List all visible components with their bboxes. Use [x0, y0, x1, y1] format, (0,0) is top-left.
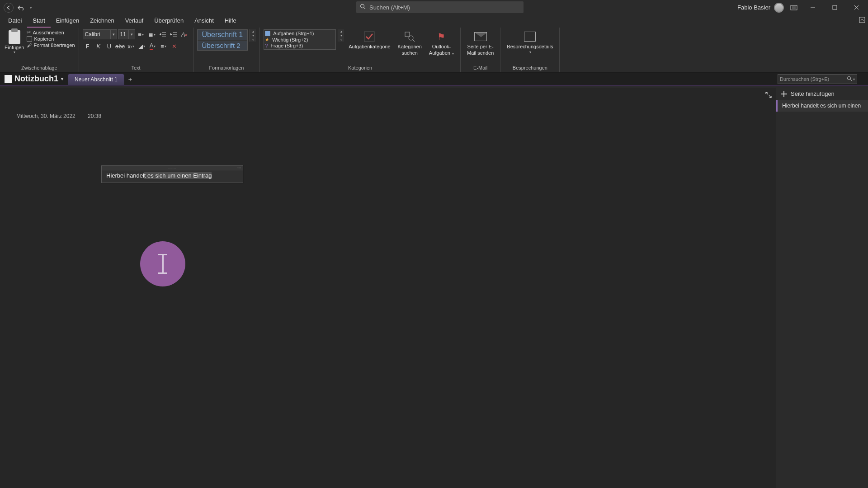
page-title-area[interactable]: Mittwoch, 30. März 2022 20:38 — [16, 92, 147, 119]
find-tags-button[interactable]: Kategorien suchen — [395, 29, 425, 56]
style-heading2[interactable]: Überschrift 2 — [198, 41, 248, 50]
tag-gallery[interactable]: Aufgaben (Strg+1) ★Wichtig (Strg+2) ?Fra… — [264, 29, 336, 50]
paste-label: Einfügen — [5, 45, 24, 50]
cursor-indicator — [140, 241, 185, 286]
tag-gallery-spinner[interactable]: ▴▾▿ — [338, 29, 344, 42]
plus-icon — [781, 91, 787, 97]
minimize-button[interactable] — [804, 1, 822, 14]
clipboard-icon — [9, 30, 20, 44]
note-text[interactable]: Hierbei handelt es sich um einen Eintrag — [102, 170, 243, 183]
copy-button[interactable]: Kopieren — [27, 36, 75, 42]
numbering-button[interactable]: ≣▾ — [147, 29, 157, 39]
cut-button[interactable]: ✂Ausschneiden — [27, 29, 75, 35]
group-label-tags: Kategorien — [264, 64, 457, 71]
tag-important[interactable]: ★Wichtig (Strg+2) — [265, 37, 335, 42]
paste-button[interactable]: Einfügen ▾ — [4, 29, 25, 54]
flag-icon: ⚑ — [435, 30, 448, 43]
page-datetime: Mittwoch, 30. März 2022 20:38 — [16, 113, 147, 119]
undo-button[interactable] — [16, 3, 26, 13]
group-text: ▾ ▾ ≡▾ ≣▾ A⌀ F K U abc x₂▾ ◢▾ A▾ ≡▾ ✕ Te… — [79, 28, 193, 72]
clear-format-a-button[interactable]: A⌀ — [179, 29, 189, 39]
outlook-tasks-button[interactable]: ⚑ Outlook- Aufgaben ▾ — [426, 29, 457, 56]
search-icon — [360, 4, 366, 11]
tag-question[interactable]: ?Frage (Strg+3) — [265, 43, 335, 48]
qat-customize-dropdown[interactable]: ▾ — [30, 5, 32, 10]
note-canvas[interactable]: Mittwoch, 30. März 2022 20:38 ⋯⋯ ↔ Hierb… — [0, 88, 776, 488]
svg-rect-10 — [405, 32, 410, 37]
chevron-down-icon: ▾ — [61, 76, 63, 81]
user-name: Fabio Basler — [737, 4, 770, 11]
underline-button[interactable]: U — [104, 41, 114, 51]
tab-ansicht[interactable]: Ansicht — [189, 15, 219, 28]
tab-ueberpruefen[interactable]: Überprüfen — [149, 15, 189, 28]
coming-soon-button[interactable] — [788, 1, 800, 14]
close-button[interactable] — [847, 1, 865, 14]
navigation-strip: Notizbuch1 ▾ Neuer Abschnitt 1 ＋ Durchsu… — [0, 73, 868, 86]
group-tags: Aufgaben (Strg+1) ★Wichtig (Strg+2) ?Fra… — [260, 28, 461, 72]
notebook-icon — [5, 75, 12, 83]
email-page-button[interactable]: Seite per E- Mail senden — [464, 29, 496, 56]
group-styles: Überschrift 1 Überschrift 2 ▴▾▿ Formatvo… — [193, 28, 260, 72]
svg-rect-8 — [859, 17, 865, 23]
bold-button[interactable]: F — [83, 41, 93, 51]
italic-button[interactable]: K — [94, 41, 104, 51]
note-container[interactable]: ⋯⋯ ↔ Hierbei handelt es sich um einen Ei… — [101, 165, 243, 183]
tag-task[interactable]: Aufgaben (Strg+1) — [265, 31, 335, 36]
tab-datei[interactable]: Datei — [3, 15, 27, 28]
font-color-button[interactable]: A▾ — [148, 41, 158, 51]
outdent-button[interactable] — [158, 29, 168, 39]
account-button[interactable]: Fabio Basler — [737, 3, 784, 13]
page-date: Mittwoch, 30. März 2022 — [16, 113, 75, 119]
fullscreen-button[interactable] — [765, 91, 772, 100]
add-page-button[interactable]: Seite hinzufügen — [776, 88, 868, 100]
add-section-button[interactable]: ＋ — [124, 74, 136, 85]
style-heading1[interactable]: Überschrift 1 — [198, 30, 248, 40]
meeting-details-button[interactable]: Besprechungsdetails ▾ — [504, 29, 556, 55]
collapse-ribbon-button[interactable] — [859, 17, 865, 25]
tab-verlauf[interactable]: Verlauf — [120, 15, 149, 28]
bullets-button[interactable]: ≡▾ — [136, 29, 146, 39]
group-label-clipboard: Zwischenablage — [4, 64, 75, 71]
add-page-label: Seite hinzufügen — [791, 90, 835, 97]
note-container-header[interactable]: ⋯⋯ ↔ — [102, 166, 243, 170]
maximize-button[interactable] — [826, 1, 844, 14]
global-search[interactable]: Suchen (Alt+M) — [356, 1, 524, 13]
tab-einfuegen[interactable]: Einfügen — [51, 15, 85, 28]
page-list-item[interactable]: Hierbei handelt es sich um einen — [776, 100, 868, 112]
tab-zeichnen[interactable]: Zeichnen — [85, 15, 119, 28]
font-size-input[interactable] — [118, 31, 128, 38]
tab-start[interactable]: Start — [27, 15, 50, 28]
align-button[interactable]: ≡▾ — [159, 41, 169, 51]
ribbon: Einfügen ▾ ✂Ausschneiden Kopieren 🖌Forma… — [0, 28, 868, 73]
envelope-icon — [474, 30, 487, 43]
checkbox-icon — [265, 31, 270, 36]
style-gallery-spinner[interactable]: ▴▾▿ — [250, 29, 256, 42]
task-category-button[interactable]: Aufgabenkategorie — [346, 29, 393, 50]
font-name-combo[interactable]: ▾ — [83, 29, 117, 39]
group-label-email: E-Mail — [464, 64, 496, 71]
group-label-meetings: Besprechungen — [504, 64, 556, 71]
svg-rect-5 — [833, 5, 837, 9]
page-list-panel: Seite hinzufügen Hierbei handelt es sich… — [776, 88, 868, 488]
svg-line-14 — [850, 80, 852, 81]
notebook-name: Notizbuch1 — [14, 74, 58, 84]
ribbon-tabs: Datei Start Einfügen Zeichnen Verlauf Üb… — [0, 15, 868, 28]
svg-rect-3 — [792, 6, 796, 9]
section-tab[interactable]: Neuer Abschnitt 1 — [68, 74, 124, 85]
svg-point-11 — [409, 36, 413, 40]
back-button[interactable] — [4, 3, 14, 13]
font-name-input[interactable] — [83, 31, 110, 38]
star-icon: ★ — [265, 37, 269, 42]
subscript-button[interactable]: x₂▾ — [126, 41, 136, 51]
page-search[interactable]: Durchsuchen (Strg+E) ▾ — [778, 74, 857, 84]
indent-button[interactable] — [169, 29, 179, 39]
strikethrough-button[interactable]: abc — [115, 41, 125, 51]
font-size-combo[interactable]: ▾ — [118, 29, 135, 39]
clear-formatting-button[interactable]: ✕ — [170, 41, 179, 51]
format-painter-button[interactable]: 🖌Format übertragen — [27, 42, 75, 48]
tab-hilfe[interactable]: Hilfe — [219, 15, 242, 28]
highlighter-icon: ◢ — [138, 43, 143, 50]
highlight-button[interactable]: ◢▾ — [137, 41, 147, 51]
style-gallery[interactable]: Überschrift 1 Überschrift 2 — [197, 29, 248, 51]
notebook-dropdown[interactable]: Notizbuch1 ▾ — [0, 73, 68, 85]
